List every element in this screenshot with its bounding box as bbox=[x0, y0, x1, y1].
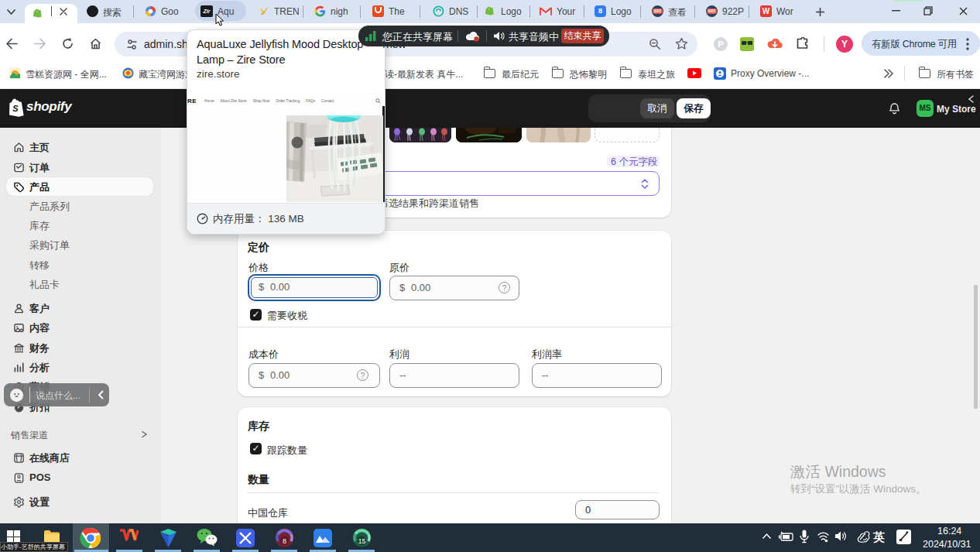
svg-text:8: 8 bbox=[283, 537, 286, 545]
svg-text:S: S bbox=[12, 104, 19, 113]
svg-text:15: 15 bbox=[358, 537, 366, 545]
